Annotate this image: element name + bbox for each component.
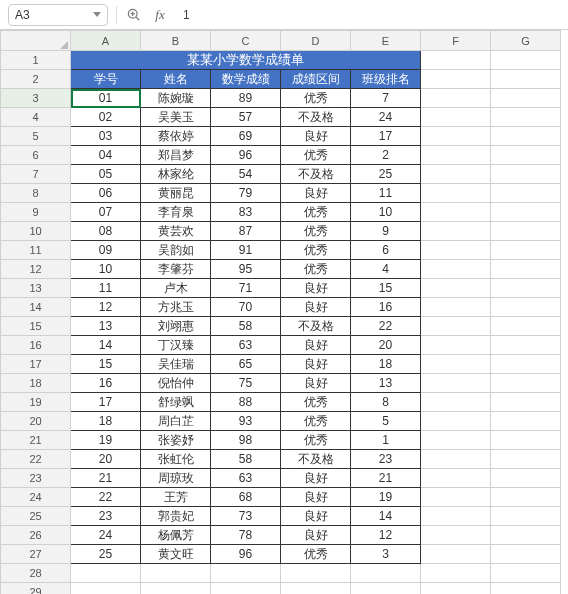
- data-cell[interactable]: 98: [211, 431, 281, 450]
- empty-cell[interactable]: [491, 108, 561, 127]
- data-cell[interactable]: 优秀: [281, 431, 351, 450]
- data-cell[interactable]: 58: [211, 450, 281, 469]
- data-cell[interactable]: 11: [351, 184, 421, 203]
- data-cell[interactable]: 优秀: [281, 89, 351, 108]
- data-cell[interactable]: 58: [211, 317, 281, 336]
- data-cell[interactable]: 优秀: [281, 393, 351, 412]
- data-cell[interactable]: 黄文旺: [141, 545, 211, 564]
- data-cell[interactable]: 李育泉: [141, 203, 211, 222]
- data-cell[interactable]: 73: [211, 507, 281, 526]
- empty-cell[interactable]: [491, 336, 561, 355]
- empty-cell[interactable]: [421, 127, 491, 146]
- data-cell[interactable]: 75: [211, 374, 281, 393]
- data-cell[interactable]: 9: [351, 222, 421, 241]
- select-all-corner[interactable]: [1, 31, 71, 51]
- data-cell[interactable]: 95: [211, 260, 281, 279]
- empty-cell[interactable]: [491, 412, 561, 431]
- data-cell[interactable]: 06: [71, 184, 141, 203]
- empty-cell[interactable]: [491, 146, 561, 165]
- data-cell[interactable]: 优秀: [281, 146, 351, 165]
- data-cell[interactable]: 11: [71, 279, 141, 298]
- empty-cell[interactable]: [211, 583, 281, 595]
- empty-cell[interactable]: [491, 469, 561, 488]
- empty-cell[interactable]: [421, 279, 491, 298]
- empty-cell[interactable]: [421, 526, 491, 545]
- data-cell[interactable]: 10: [351, 203, 421, 222]
- empty-cell[interactable]: [491, 450, 561, 469]
- data-cell[interactable]: 18: [71, 412, 141, 431]
- data-cell[interactable]: 2: [351, 146, 421, 165]
- empty-cell[interactable]: [421, 488, 491, 507]
- empty-cell[interactable]: [421, 241, 491, 260]
- row-header[interactable]: 20: [1, 412, 71, 431]
- data-cell[interactable]: 不及格: [281, 450, 351, 469]
- row-header[interactable]: 19: [1, 393, 71, 412]
- empty-cell[interactable]: [491, 526, 561, 545]
- data-cell[interactable]: 3: [351, 545, 421, 564]
- data-cell[interactable]: 8: [351, 393, 421, 412]
- row-header[interactable]: 17: [1, 355, 71, 374]
- data-cell[interactable]: 24: [71, 526, 141, 545]
- data-cell[interactable]: 13: [71, 317, 141, 336]
- data-cell[interactable]: 林家纶: [141, 165, 211, 184]
- row-header[interactable]: 2: [1, 70, 71, 89]
- empty-cell[interactable]: [491, 89, 561, 108]
- data-cell[interactable]: 优秀: [281, 222, 351, 241]
- empty-cell[interactable]: [491, 279, 561, 298]
- row-header[interactable]: 8: [1, 184, 71, 203]
- data-cell[interactable]: 优秀: [281, 203, 351, 222]
- empty-cell[interactable]: [491, 564, 561, 583]
- empty-cell[interactable]: [491, 165, 561, 184]
- empty-cell[interactable]: [421, 184, 491, 203]
- empty-cell[interactable]: [491, 488, 561, 507]
- row-header[interactable]: 24: [1, 488, 71, 507]
- empty-cell[interactable]: [491, 184, 561, 203]
- empty-cell[interactable]: [211, 564, 281, 583]
- data-cell[interactable]: 63: [211, 469, 281, 488]
- data-cell[interactable]: 14: [71, 336, 141, 355]
- data-cell[interactable]: 17: [71, 393, 141, 412]
- data-cell[interactable]: 优秀: [281, 260, 351, 279]
- data-cell[interactable]: 刘翊惠: [141, 317, 211, 336]
- data-cell[interactable]: 88: [211, 393, 281, 412]
- row-header[interactable]: 25: [1, 507, 71, 526]
- data-cell[interactable]: 郑昌梦: [141, 146, 211, 165]
- table-header-cell[interactable]: 成绩区间: [281, 70, 351, 89]
- data-cell[interactable]: 69: [211, 127, 281, 146]
- data-cell[interactable]: 23: [71, 507, 141, 526]
- empty-cell[interactable]: [491, 127, 561, 146]
- data-cell[interactable]: 24: [351, 108, 421, 127]
- empty-cell[interactable]: [421, 450, 491, 469]
- data-cell[interactable]: 17: [351, 127, 421, 146]
- spreadsheet-grid[interactable]: ABCDEFG1某某小学数学成绩单2学号姓名数学成绩成绩区间班级排名301陈婉璇…: [0, 30, 568, 594]
- row-header[interactable]: 4: [1, 108, 71, 127]
- empty-cell[interactable]: [141, 564, 211, 583]
- data-cell[interactable]: 08: [71, 222, 141, 241]
- empty-cell[interactable]: [491, 222, 561, 241]
- empty-cell[interactable]: [491, 393, 561, 412]
- data-cell[interactable]: 良好: [281, 469, 351, 488]
- data-cell[interactable]: 优秀: [281, 412, 351, 431]
- empty-cell[interactable]: [491, 583, 561, 595]
- data-cell[interactable]: 良好: [281, 336, 351, 355]
- empty-cell[interactable]: [421, 89, 491, 108]
- empty-cell[interactable]: [421, 469, 491, 488]
- data-cell[interactable]: 78: [211, 526, 281, 545]
- empty-cell[interactable]: [421, 545, 491, 564]
- data-cell[interactable]: 54: [211, 165, 281, 184]
- empty-cell[interactable]: [421, 583, 491, 595]
- data-cell[interactable]: 卢木: [141, 279, 211, 298]
- empty-cell[interactable]: [421, 51, 491, 70]
- data-cell[interactable]: 15: [71, 355, 141, 374]
- empty-cell[interactable]: [421, 222, 491, 241]
- table-header-cell[interactable]: 数学成绩: [211, 70, 281, 89]
- empty-cell[interactable]: [421, 507, 491, 526]
- data-cell[interactable]: 93: [211, 412, 281, 431]
- row-header[interactable]: 26: [1, 526, 71, 545]
- data-cell[interactable]: 7: [351, 89, 421, 108]
- data-cell[interactable]: 96: [211, 545, 281, 564]
- data-cell[interactable]: 03: [71, 127, 141, 146]
- table-header-cell[interactable]: 班级排名: [351, 70, 421, 89]
- data-cell[interactable]: 良好: [281, 184, 351, 203]
- data-cell[interactable]: 1: [351, 431, 421, 450]
